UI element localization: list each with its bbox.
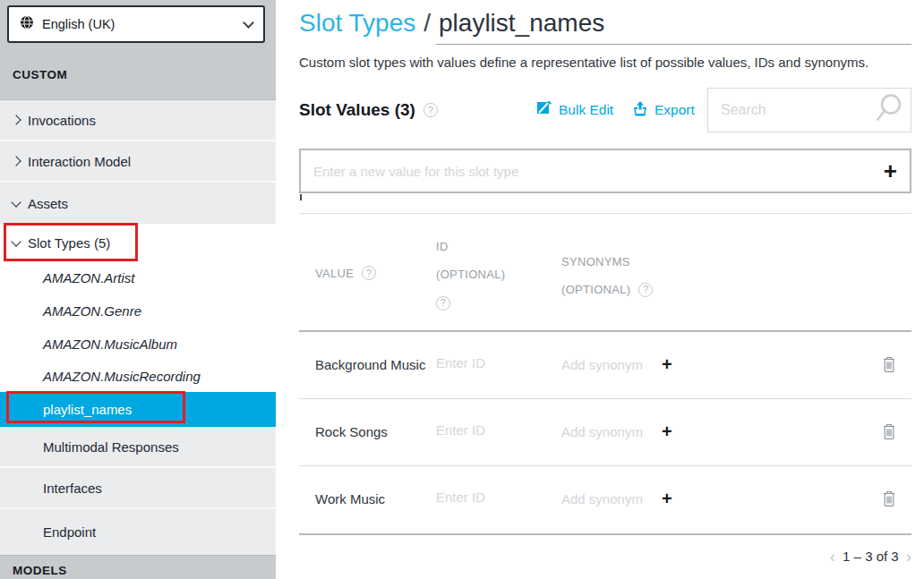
sidebar-item-invocations[interactable]: Invocations [0,100,276,141]
export-icon [632,101,648,120]
slot-value-text: Work Music [315,491,385,507]
synonym-input[interactable] [561,491,654,507]
add-synonym-button[interactable]: + [662,490,672,507]
breadcrumb-slot-types-link[interactable]: Slot Types [299,9,415,37]
add-synonym-button[interactable]: + [662,355,672,373]
sidebar-item-amazon-musicrecording[interactable]: AMAZON.MusicRecording [0,360,276,392]
page-description: Custom slot types with values define a r… [299,55,868,70]
help-icon[interactable]: ? [638,283,653,297]
sidebar: English (UK) CUSTOM Invocations Interact… [0,0,276,579]
slot-value-text: Background Music [315,357,425,372]
new-slot-value-field: + [299,149,911,193]
language-selector[interactable]: English (UK) [7,5,265,43]
delete-row-button[interactable] [882,490,896,511]
sidebar-item-amazon-artist[interactable]: AMAZON.Artist [0,261,276,294]
bulk-edit-button[interactable]: Bulk Edit [537,88,613,132]
delete-row-button[interactable] [882,423,896,444]
sidebar-item-interaction-model[interactable]: Interaction Model [0,141,276,183]
pagination-next-icon[interactable]: › [906,548,911,565]
slot-values-heading: Slot Values (3) ? [299,88,438,132]
globe-icon [20,15,34,33]
bulk-edit-icon [537,101,552,119]
export-button[interactable]: Export [632,88,695,132]
sidebar-item-multimodal-responses[interactable]: Multimodal Responses [0,427,276,468]
section-header-custom: CUSTOM [13,68,67,81]
id-input[interactable] [436,490,539,505]
sidebar-item-amazon-genre[interactable]: AMAZON.Genre [0,294,276,328]
language-selector-value: English (UK) [42,17,236,31]
pagination-prev-icon[interactable]: ‹ [830,548,835,565]
delete-row-button[interactable] [882,356,896,377]
chevron-right-icon [11,115,21,124]
sidebar-item-interfaces[interactable]: Interfaces [0,468,276,509]
add-value-button[interactable]: + [884,159,897,183]
pagination: ‹ 1 – 3 of 3 › [830,548,911,565]
stray-cursor-mark [300,194,302,200]
title-underline [436,44,911,45]
help-icon[interactable]: ? [424,103,438,117]
synonym-input[interactable] [561,357,654,372]
chevron-down-icon [11,197,21,207]
column-header-id: ID (OPTIONAL) ? [436,233,505,316]
models-section: MODELS [0,555,276,579]
main-content: Slot Types/playlist_names Custom slot ty… [276,0,924,579]
table-row: Rock Songs + [299,399,911,466]
table-row: Work Music + [299,466,911,535]
sidebar-item-assets[interactable]: Assets [0,183,276,224]
add-synonym-button[interactable]: + [662,422,672,440]
breadcrumb: Slot Types/playlist_names [299,9,604,38]
column-header-synonyms: SYNONYMS (OPTIONAL) ? [561,248,653,303]
new-slot-value-input[interactable] [313,164,884,179]
pagination-label: 1 – 3 of 3 [843,549,899,564]
language-section: English (UK) CUSTOM [0,0,276,100]
synonym-input[interactable] [561,424,654,439]
sidebar-item-endpoint[interactable]: Endpoint [0,509,276,555]
id-input[interactable] [436,422,539,438]
sidebar-item-amazon-musicalbum[interactable]: AMAZON.MusicAlbum [0,328,276,360]
chevron-right-icon [11,156,21,166]
page-title: playlist_names [439,9,604,37]
sidebar-item-playlist-names[interactable]: playlist_names [0,392,276,427]
slot-value-text: Rock Songs [315,424,388,439]
column-header-value: VALUE ? [315,266,376,280]
search-icon[interactable] [875,93,903,127]
chevron-down-icon [11,236,21,246]
search-box [707,88,911,132]
help-icon[interactable]: ? [362,266,376,280]
sidebar-item-slot-types[interactable]: Slot Types (5) [0,224,276,261]
table-header: VALUE ? ID (OPTIONAL) ? SYNONYMS (OPTION… [299,213,911,332]
section-header-models: MODELS [13,564,67,577]
search-input[interactable] [721,102,875,118]
id-input[interactable] [436,355,539,370]
slot-values-title: Slot Values (3) [299,100,415,120]
table-row: Background Music + [299,332,911,399]
app-window: English (UK) CUSTOM Invocations Interact… [0,0,924,579]
breadcrumb-separator: / [424,9,431,37]
help-icon[interactable]: ? [436,296,450,311]
chevron-down-icon [243,17,254,29]
slot-values-table: VALUE ? ID (OPTIONAL) ? SYNONYMS (OPTION… [299,213,911,535]
